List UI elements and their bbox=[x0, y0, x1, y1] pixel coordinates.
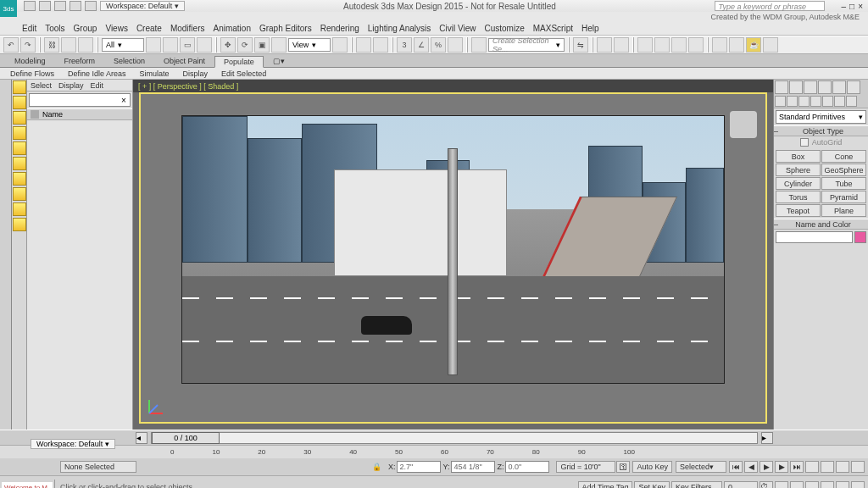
view-cube[interactable] bbox=[730, 111, 757, 138]
use-center-button[interactable] bbox=[332, 37, 348, 53]
rotate-button[interactable]: ⟳ bbox=[237, 37, 253, 53]
tab-freeform[interactable]: Freeform bbox=[55, 55, 105, 67]
workspace-selector-bottom[interactable]: Workspace: Default▾ bbox=[31, 439, 115, 449]
nav-1-icon[interactable] bbox=[805, 461, 819, 473]
menu-civil-view[interactable]: Civil View bbox=[439, 24, 476, 33]
move-button[interactable]: ✥ bbox=[220, 37, 236, 53]
pan-icon[interactable] bbox=[821, 481, 834, 489]
layers-button[interactable] bbox=[614, 37, 629, 53]
nav-3-icon[interactable] bbox=[836, 461, 849, 473]
prim-torus[interactable]: Torus bbox=[776, 191, 821, 203]
render-setup-button[interactable] bbox=[712, 37, 727, 53]
qa-redo-icon[interactable] bbox=[70, 1, 81, 11]
scene-tab-display[interactable]: Display bbox=[58, 81, 84, 90]
redo-button[interactable]: ↷ bbox=[20, 37, 36, 53]
autokey-button[interactable]: Auto Key bbox=[632, 461, 672, 473]
strip-btn-7[interactable] bbox=[13, 172, 26, 186]
max-toggle-icon[interactable] bbox=[851, 481, 865, 489]
menu-help[interactable]: Help bbox=[581, 24, 599, 33]
menu-group[interactable]: Group bbox=[74, 24, 97, 33]
menu-modifiers[interactable]: Modifiers bbox=[170, 24, 205, 33]
prim-cylinder[interactable]: Cylinder bbox=[776, 177, 821, 190]
bind-spacewarp-button[interactable] bbox=[78, 37, 93, 53]
viewport-layout-strip[interactable] bbox=[0, 80, 12, 430]
close-button[interactable]: × bbox=[858, 2, 863, 11]
select-object-button[interactable] bbox=[146, 37, 161, 53]
key-icon[interactable]: ⚿ bbox=[616, 461, 630, 473]
zoom-extents-icon[interactable] bbox=[775, 481, 788, 489]
rollout-object-type[interactable]: –Object Type bbox=[774, 125, 868, 136]
select-by-name-button[interactable] bbox=[163, 37, 178, 53]
hierarchy-tab-icon[interactable] bbox=[804, 80, 817, 94]
render-production-button[interactable]: ☕ bbox=[746, 37, 761, 53]
prim-pyramid[interactable]: Pyramid bbox=[821, 191, 866, 203]
time-ruler[interactable]: 0 10 20 30 40 50 60 70 80 90 100 bbox=[0, 445, 868, 458]
prim-plane[interactable]: Plane bbox=[821, 204, 866, 217]
spacewarps-icon[interactable] bbox=[834, 96, 845, 107]
axis-gizmo-icon[interactable] bbox=[146, 396, 166, 417]
unlink-button[interactable] bbox=[61, 37, 76, 53]
fov-icon[interactable] bbox=[805, 481, 819, 489]
edit-named-sel-button[interactable] bbox=[471, 37, 487, 53]
material-editor-button[interactable] bbox=[688, 37, 704, 53]
systems-icon[interactable] bbox=[846, 96, 857, 107]
ribbon-edit-selected[interactable]: Edit Selected bbox=[218, 69, 270, 78]
ribbon-display[interactable]: Display bbox=[180, 69, 212, 78]
key-mode-dropdown[interactable]: Selected ▾ bbox=[676, 461, 726, 473]
strip-btn-6[interactable] bbox=[13, 157, 26, 170]
ribbon-simulate[interactable]: Simulate bbox=[136, 69, 173, 78]
strip-btn-4[interactable] bbox=[13, 126, 26, 140]
manipulate-button[interactable] bbox=[356, 37, 371, 53]
viewport-canvas[interactable] bbox=[139, 92, 767, 424]
lock-selection-icon[interactable]: 🔒 bbox=[372, 463, 381, 471]
scene-tree[interactable] bbox=[27, 120, 132, 430]
nav-2-icon[interactable] bbox=[821, 461, 834, 473]
x-field[interactable]: 2.7" bbox=[397, 461, 441, 473]
render-iterate-button[interactable] bbox=[763, 37, 778, 53]
prim-sphere[interactable]: Sphere bbox=[776, 164, 821, 176]
percent-snap-button[interactable]: % bbox=[431, 37, 446, 53]
menu-views[interactable]: Views bbox=[105, 24, 128, 33]
zoom-all-icon[interactable] bbox=[790, 481, 804, 489]
tab-populate[interactable]: Populate bbox=[214, 56, 264, 68]
app-logo[interactable]: 3ds bbox=[0, 0, 17, 17]
ribbon-define-idle[interactable]: Define Idle Areas bbox=[64, 69, 130, 78]
create-tab-icon[interactable] bbox=[775, 80, 788, 94]
strip-btn-10[interactable] bbox=[13, 218, 26, 231]
time-config-button[interactable]: ⏱ bbox=[760, 481, 773, 489]
ref-coord-dropdown[interactable]: View▾ bbox=[288, 38, 331, 52]
next-frame-button[interactable]: ▶ bbox=[775, 461, 788, 473]
tab-modeling[interactable]: Modeling bbox=[5, 55, 55, 67]
snap-toggle-button[interactable]: 3 bbox=[397, 37, 412, 53]
helpers-icon[interactable] bbox=[822, 96, 833, 107]
menu-tools[interactable]: Tools bbox=[45, 24, 64, 33]
scene-tab-select[interactable]: Select bbox=[31, 81, 52, 90]
prim-box[interactable]: Box bbox=[776, 150, 821, 163]
menu-customize[interactable]: Customize bbox=[484, 24, 524, 33]
current-frame-field[interactable]: 0 bbox=[724, 481, 758, 489]
goto-end-button[interactable]: ⏭ bbox=[790, 461, 804, 473]
object-name-input[interactable] bbox=[776, 231, 853, 243]
help-search-input[interactable]: Type a keyword or phrase bbox=[715, 1, 825, 11]
spinner-snap-button[interactable] bbox=[448, 37, 463, 53]
maximize-button[interactable]: □ bbox=[849, 2, 854, 11]
y-field[interactable]: 454 1/8" bbox=[451, 461, 495, 473]
placement-button[interactable] bbox=[271, 37, 287, 53]
prim-geosphere[interactable]: GeoSphere bbox=[821, 164, 866, 176]
geometry-icon[interactable] bbox=[775, 96, 786, 107]
tab-object-paint[interactable]: Object Paint bbox=[154, 55, 214, 67]
menu-rendering[interactable]: Rendering bbox=[320, 24, 359, 33]
time-prev-button[interactable]: ◂ bbox=[136, 432, 147, 444]
display-tab-icon[interactable] bbox=[832, 80, 846, 94]
cameras-icon[interactable] bbox=[810, 96, 821, 107]
scene-name-header[interactable]: Name bbox=[27, 108, 132, 120]
select-region-button[interactable]: ▭ bbox=[180, 37, 195, 53]
selection-filter[interactable]: All▾ bbox=[102, 38, 144, 52]
time-next-button[interactable]: ▸ bbox=[761, 432, 773, 444]
strip-btn-9[interactable] bbox=[13, 202, 26, 216]
menu-edit[interactable]: Edit bbox=[22, 24, 36, 33]
z-field[interactable]: 0.0" bbox=[505, 461, 549, 473]
tab-selection[interactable]: Selection bbox=[104, 55, 154, 67]
key-filters-button[interactable]: Key Filters... bbox=[671, 481, 722, 489]
menu-graph-editors[interactable]: Graph Editors bbox=[259, 24, 312, 33]
